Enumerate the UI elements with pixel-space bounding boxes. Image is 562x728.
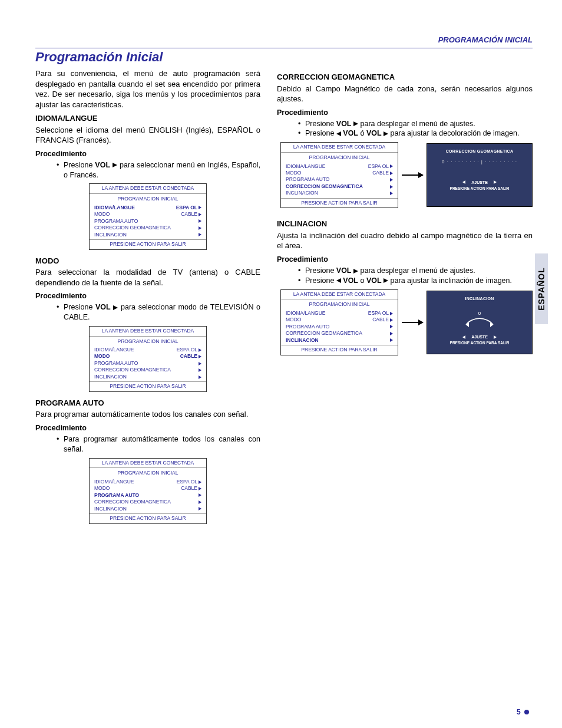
list-item: Presione VOL para desplegar el menú de a… [298,266,533,276]
section-head-geo: CORRECCION GEOMAGNETICA [277,72,533,83]
tilt-gauge-icon: 0 [433,309,526,328]
play-right-icon [384,278,388,283]
geo-proc-list: Presione VOL para desplegar el menú de a… [277,119,533,139]
osd-menu-geo: LA ANTENA DEBE ESTAR CONECTADA PROGRAMAC… [280,142,398,208]
page-title: Programación Inicial [35,50,533,65]
list-item: Para programar automáticamente todos los… [57,434,260,454]
list-item: Presione VOL ó VOL para ajustar la decol… [298,129,533,139]
modo-body: Para seleccionar la modalidad de TV (ant… [35,267,260,288]
geo-proc-head: Procedimiento [277,108,533,118]
right-column: CORRECCION GEOMAGNETICA Debido al Campo … [277,68,533,530]
geo-diagram: LA ANTENA DEBE ESTAR CONECTADA PROGRAMAC… [280,142,533,208]
osd-menu-modo: LA ANTENA DEBE ESTAR CONECTADA PROGRAMAC… [89,326,207,392]
section-head-programa: PROGRAMA AUTO [35,398,260,409]
list-item: Presione VOL para seleccionar menú en In… [57,160,260,180]
intro-paragraph: Para su conveniencia, el menú de auto pr… [35,68,260,110]
triangle-left-icon [462,180,465,184]
incl-proc-list: Presione VOL para desplegar el menú de a… [277,266,533,286]
osd-menu-programa: LA ANTENA DEBE ESTAR CONECTADA PROGRAMAC… [89,458,207,524]
play-right-icon [113,163,117,167]
idioma-proc-head: Procedimiento [35,149,260,159]
header-rule [35,48,533,48]
modo-proc-head: Procedimiento [35,291,260,301]
play-left-icon [336,278,341,283]
page-number: 5 [517,708,521,716]
section-head-incl: INCLINACION [277,219,533,229]
section-head-modo: MODO [35,256,260,266]
programa-proc-list: Para programar automáticamente todos los… [35,434,260,454]
left-column: Para su conveniencia, el menú de auto pr… [35,68,260,530]
programa-body: Para programar automáticamente todos los… [35,409,260,420]
geo-adjust-screen: CORRECCION GEOMAGNETICA 0 · · · · · · · … [427,143,533,207]
geo-body: Debido al Campo Magnético de cada zona, … [277,84,533,104]
incl-adjust-screen: INCLINACION 0 AJUSTE PRESIONE ACTION PAR… [427,291,533,354]
arrow-right-icon [402,322,423,323]
list-item: Presione VOL para seleccionar modo de TE… [57,302,260,322]
arrow-right-icon [402,174,423,176]
triangle-right-icon [494,335,497,339]
programa-proc-head: Procedimiento [35,423,260,433]
modo-proc-list: Presione VOL para seleccionar modo de TE… [35,302,260,322]
list-item: Presione VOL para desplegar el menú de a… [298,119,533,129]
triangle-right-icon [494,180,497,184]
play-right-icon [353,121,358,126]
incl-proc-head: Procedimiento [277,255,533,265]
triangle-left-icon [462,335,465,339]
idioma-proc-list: Presione VOL para seleccionar menú en In… [35,160,260,180]
play-right-icon [113,305,118,310]
osd-menu-idioma: LA ANTENA DEBE ESTAR CONECTADA PROGRAMAC… [89,183,207,249]
running-head: PROGRAMACIÓN INICIAL [35,35,533,44]
language-tab: ESPAÑOL [535,253,548,324]
section-head-idioma: IDIOMA/LANGUE [35,113,260,124]
idioma-body: Seleccione el idioma del menú ENGLISH (I… [35,125,260,146]
svg-text:0: 0 [478,311,481,316]
bullet-icon [524,710,529,714]
osd-menu-incl: LA ANTENA DEBE ESTAR CONECTADA PROGRAMAC… [280,289,398,355]
page-footer: 5 [517,707,529,716]
play-right-icon [353,269,358,274]
play-right-icon [384,131,388,136]
list-item: Presione VOL o VOL para ajustar la incli… [298,276,533,286]
incl-body: Ajusta la inclinación del cuadro debido … [277,230,533,251]
play-left-icon [336,131,341,136]
incl-diagram: LA ANTENA DEBE ESTAR CONECTADA PROGRAMAC… [280,289,533,355]
